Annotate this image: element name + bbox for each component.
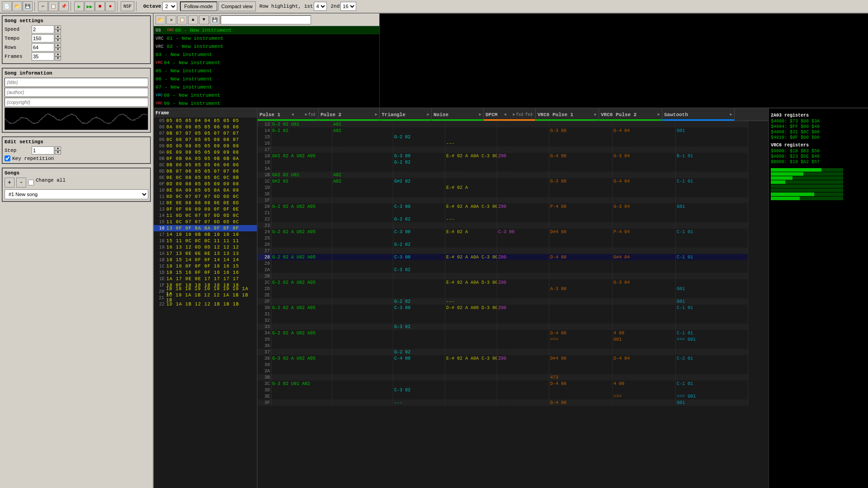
cell-r13-ch0[interactable]: G-2 02 U01 bbox=[271, 121, 332, 127]
sequence-list[interactable]: Frame 05 05 05 05 04 04 05 05 05 06 0A 0… bbox=[154, 108, 258, 488]
speed-up-btn[interactable]: ▲ bbox=[55, 25, 61, 29]
cell-r1C-ch4[interactable]: · · · bbox=[497, 178, 549, 184]
cell-r14-ch7[interactable]: G01 bbox=[676, 127, 748, 134]
seq-item-08[interactable]: 08 0C 08 07 05 05 08 08 07 bbox=[154, 136, 257, 143]
cell-r37-ch0[interactable]: · · · bbox=[271, 349, 332, 355]
cell-r27-ch6[interactable]: · · · bbox=[613, 248, 676, 254]
cell-r29-ch0[interactable]: · · · bbox=[271, 260, 332, 267]
new-file-btn[interactable]: 📄 bbox=[2, 1, 12, 11]
cell-r18-ch2[interactable]: G-3 00 bbox=[393, 153, 445, 159]
ch-saw-arrow-right[interactable]: ► bbox=[730, 113, 732, 117]
cell-r39-ch3[interactable]: · · · bbox=[445, 361, 497, 368]
pattern-row-1E[interactable]: 1E· · ·· · ·· · ·· · ·· · ·· · ·· · ·· ·… bbox=[258, 191, 748, 197]
rows-down-btn[interactable]: ▼ bbox=[55, 47, 61, 52]
cell-r3D-ch1[interactable]: · · · bbox=[332, 387, 393, 393]
cell-r3F-ch7[interactable]: G01 bbox=[676, 399, 748, 406]
cell-r2B-ch5[interactable]: · · · bbox=[549, 273, 613, 279]
cell-r34-ch7[interactable]: C-1 01 bbox=[676, 330, 748, 336]
record-btn[interactable]: ● bbox=[105, 1, 115, 11]
cell-r1B-ch7[interactable]: · · · bbox=[676, 172, 748, 178]
cell-r15-ch6[interactable]: · · · bbox=[613, 134, 676, 140]
cell-r27-ch0[interactable]: · · · bbox=[271, 248, 332, 254]
seq-item-16[interactable]: 16 13 0F 0F 0A 0A 0F 0F 0F bbox=[154, 225, 257, 231]
cell-r2A-ch4[interactable]: · · · bbox=[497, 267, 549, 273]
cell-r19-ch7[interactable]: · · · bbox=[676, 159, 748, 165]
remove-song-btn[interactable]: - bbox=[16, 178, 26, 188]
cell-r38-ch4[interactable]: Z00 bbox=[497, 355, 549, 361]
cell-r17-ch4[interactable]: · · · bbox=[497, 146, 549, 153]
cell-r1F-ch6[interactable]: · · · bbox=[613, 197, 676, 203]
cell-r15-ch4[interactable]: · · · bbox=[497, 134, 549, 140]
tempo-up-btn[interactable]: ▲ bbox=[55, 34, 61, 38]
cell-r1E-ch4[interactable]: · · · bbox=[497, 191, 549, 197]
cell-r33-ch3[interactable]: · · · bbox=[445, 324, 497, 330]
cell-r32-ch5[interactable]: · · · bbox=[549, 317, 613, 324]
pattern-row-1A[interactable]: 1A· · ·· · ·· · ·· · ·· · ·· · ·· · ·· ·… bbox=[258, 165, 748, 172]
cell-r22-ch6[interactable]: · · · bbox=[613, 216, 676, 222]
cell-r20-ch4[interactable]: Z00 bbox=[497, 203, 549, 210]
row-highlight-1st-select[interactable]: 4 8 bbox=[314, 2, 327, 11]
ch-vrc6p1-arrow-right[interactable]: ► bbox=[594, 113, 597, 117]
seq-item-13[interactable]: 13 0F 0F 08 09 09 0F 0F 0E bbox=[154, 206, 257, 212]
ch-noise-arrow-right[interactable]: ► bbox=[479, 113, 481, 117]
cell-r2B-ch0[interactable]: · · · bbox=[271, 273, 332, 279]
cell-r26-ch0[interactable]: · · · bbox=[271, 241, 332, 248]
cell-r30-ch1[interactable]: · · · bbox=[332, 305, 393, 311]
cell-r32-ch1[interactable]: · · · bbox=[332, 317, 393, 324]
cell-r2E-ch4[interactable]: · · · bbox=[497, 292, 549, 298]
cell-r39-ch1[interactable]: · · · bbox=[332, 361, 393, 368]
channel-header-vrc6p1[interactable]: VRC6 Pulse 1 ► bbox=[536, 108, 599, 121]
pattern-row-31[interactable]: 31· · ·· · ·· · ·· · ·· · ·· · ·· · ·· ·… bbox=[258, 311, 748, 317]
cell-r32-ch2[interactable]: · · · bbox=[393, 317, 445, 324]
cell-r1D-ch6[interactable]: · · · bbox=[613, 184, 676, 191]
cell-r15-ch3[interactable]: · · · bbox=[445, 134, 497, 140]
instrument-item-02[interactable]: VRC 02 - New instrument bbox=[154, 42, 379, 51]
seq-item-05[interactable]: 05 05 05 05 04 04 05 05 05 bbox=[154, 117, 257, 124]
pattern-row-30[interactable]: 30G-2 02 A U02 A05· · ·C-3 00D-# 02 A A0… bbox=[258, 305, 748, 311]
cell-r34-ch5[interactable]: D-4 08 bbox=[549, 330, 613, 336]
seq-item-1B[interactable]: 1B 18 15 14 0F 0F 14 14 14 bbox=[154, 257, 257, 263]
cell-r28-ch1[interactable]: · · · bbox=[332, 254, 393, 260]
cell-r36-ch2[interactable]: · · · bbox=[393, 343, 445, 349]
pattern-row-24[interactable]: 24G-2 02 A U02 A05· · ·C-3 00E-# 02 AC-3… bbox=[258, 229, 748, 235]
inst-open-btn[interactable]: 📂 bbox=[156, 15, 165, 24]
cell-r34-ch3[interactable]: · · · bbox=[445, 330, 497, 336]
channel-header-sawtooth[interactable]: Sawtooth ► bbox=[662, 108, 735, 121]
instrument-item-00[interactable]: 08 VRC 00 - New instrument bbox=[154, 26, 379, 34]
cell-r16-ch1[interactable]: · · · bbox=[332, 140, 393, 146]
cell-r25-ch6[interactable]: · · · bbox=[613, 235, 676, 241]
pattern-row-13[interactable]: 13G-2 02 U01A02· · ·· · ·· · ·· · ·· · ·… bbox=[258, 121, 748, 127]
paste-btn[interactable]: 📌 bbox=[59, 1, 69, 11]
cell-r2A-ch2[interactable]: C-3 02 bbox=[393, 267, 445, 273]
cell-r37-ch5[interactable]: · · · bbox=[549, 349, 613, 355]
cell-r3B-ch4[interactable]: · · · bbox=[497, 374, 549, 380]
seq-item-1E[interactable]: 1E 1A 17 0E 0E 17 17 17 17 bbox=[154, 276, 257, 282]
cell-r2C-ch6[interactable]: G-3 04 bbox=[613, 279, 676, 286]
inst-arrow-up-btn[interactable]: ▲ bbox=[188, 15, 198, 24]
cell-r22-ch3[interactable]: --- bbox=[445, 216, 497, 222]
cell-r26-ch4[interactable]: · · · bbox=[497, 241, 549, 248]
seq-item-0B[interactable]: 0B 0F 0B 0A 05 05 0B 0B 0A bbox=[154, 155, 257, 162]
cell-r28-ch4[interactable]: Z00 bbox=[497, 254, 549, 260]
cell-r3B-ch3[interactable]: · · · bbox=[445, 374, 497, 380]
cell-r13-ch1[interactable]: A02 bbox=[332, 121, 393, 127]
cell-r3E-ch4[interactable]: · · · bbox=[497, 393, 549, 399]
cell-r18-ch1[interactable]: · · · bbox=[332, 153, 393, 159]
cell-r21-ch6[interactable]: · · · bbox=[613, 210, 676, 216]
seq-item-14[interactable]: 14 11 0D 0C 07 07 0D 0D 0C bbox=[154, 212, 257, 219]
cell-r3F-ch2[interactable]: --- bbox=[393, 399, 445, 406]
cell-r2F-ch7[interactable]: G01 bbox=[676, 298, 748, 305]
channel-header-noise[interactable]: Noise ► bbox=[432, 108, 484, 121]
cell-r19-ch2[interactable]: G-2 02 bbox=[393, 159, 445, 165]
cell-r26-ch7[interactable]: · · · bbox=[676, 241, 748, 248]
cell-r30-ch5[interactable]: · · · bbox=[549, 305, 613, 311]
cell-r38-ch0[interactable]: G-3 02 A U02 A05 bbox=[271, 355, 332, 361]
cell-r3F-ch6[interactable]: · · · bbox=[613, 399, 676, 406]
cell-r20-ch0[interactable]: G-2 02 A U02 A05 bbox=[271, 203, 332, 210]
cell-r23-ch7[interactable]: · · · bbox=[676, 222, 748, 229]
cell-r19-ch4[interactable]: · · · bbox=[497, 159, 549, 165]
key-rep-label[interactable]: Key repetition bbox=[5, 155, 148, 161]
cell-r2C-ch7[interactable]: · · · bbox=[676, 279, 748, 286]
cell-r23-ch3[interactable]: · · · bbox=[445, 222, 497, 229]
cell-r39-ch0[interactable]: · · · bbox=[271, 361, 332, 368]
